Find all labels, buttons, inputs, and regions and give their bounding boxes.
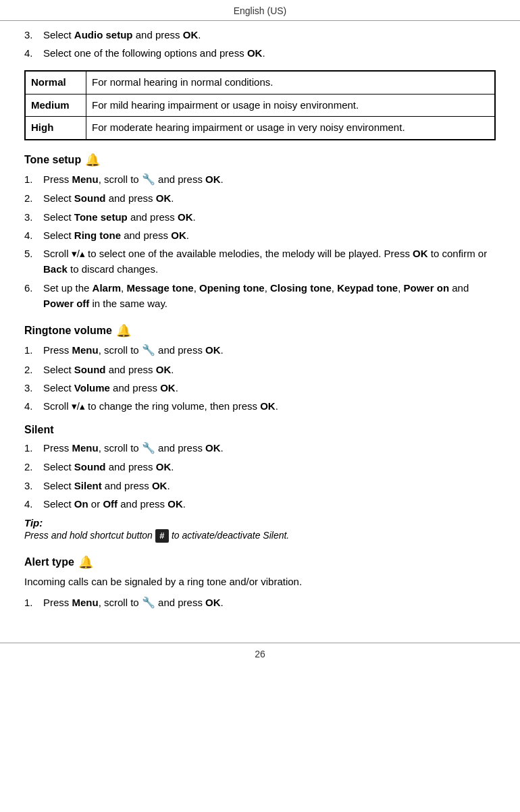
- ringtone-volume-label: Ringtone volume: [24, 325, 112, 337]
- tone-step-3: 3. Select Tone setup and press OK.: [24, 209, 496, 225]
- tip-label: Tip:: [24, 517, 496, 529]
- bell-icon-alert: 🔔: [78, 555, 93, 570]
- page-footer: 26: [0, 643, 520, 665]
- bell-icon-ringtone: 🔔: [116, 323, 131, 338]
- tone-setup-label: Tone setup: [24, 154, 81, 166]
- ringtone-step-4: 4. Scroll ▾/▴ to change the ring volume,…: [24, 398, 496, 414]
- ok-bold-1: OK: [183, 29, 199, 40]
- hash-badge: #: [155, 529, 169, 543]
- tone-step-5: 5. Scroll ▾/▴ to select one of the avail…: [24, 246, 496, 277]
- ringtone-steps: 1. Press Menu, scroll to 🔧 and press OK.…: [24, 342, 496, 414]
- intro-step-3: 3. Select Audio setup and press OK.: [24, 28, 496, 43]
- audio-setup-bold: Audio setup: [74, 29, 133, 40]
- tone-step-2: 2. Select Sound and press OK.: [24, 190, 496, 206]
- alert-type-description: Incoming calls can be signaled by a ring…: [24, 574, 496, 589]
- alert-type-label: Alert type: [24, 556, 74, 568]
- table-row-medium: Medium For mild hearing impairment or us…: [26, 94, 495, 117]
- tone-step-1: 1. Press Menu, scroll to 🔧 and press OK.: [24, 171, 496, 188]
- alert-type-title: Alert type 🔔: [24, 555, 496, 570]
- table-row-normal: Normal For normal hearing in normal cond…: [26, 72, 495, 94]
- high-label: High: [26, 117, 86, 140]
- wrench-icon-2: 🔧: [142, 344, 155, 356]
- normal-label: Normal: [26, 72, 86, 94]
- high-desc: For moderate hearing impairment or usage…: [86, 117, 495, 140]
- tip-text-before: Press and hold shortcut button: [24, 529, 153, 543]
- ringtone-step-1: 1. Press Menu, scroll to 🔧 and press OK.: [24, 342, 496, 359]
- silent-title: Silent: [24, 424, 496, 436]
- ringtone-step-3: 3. Select Volume and press OK.: [24, 380, 496, 396]
- wrench-icon-3: 🔧: [142, 442, 155, 454]
- intro-step-4: 4. Select one of the following options a…: [24, 46, 496, 61]
- hearing-table: Normal For normal hearing in normal cond…: [24, 70, 496, 140]
- tip-box: Tip: Press and hold shortcut button # to…: [24, 517, 496, 543]
- ringtone-step-2: 2. Select Sound and press OK.: [24, 362, 496, 377]
- silent-steps: 1. Press Menu, scroll to 🔧 and press OK.…: [24, 440, 496, 512]
- silent-step-4: 4. Select On or Off and press OK.: [24, 496, 496, 512]
- medium-label: Medium: [26, 94, 86, 117]
- bell-icon-tone: 🔔: [85, 153, 100, 167]
- intro-steps: 3. Select Audio setup and press OK. 4. S…: [24, 28, 496, 61]
- table-row-high: High For moderate hearing impairment or …: [26, 117, 495, 140]
- tip-text: Press and hold shortcut button # to acti…: [24, 529, 496, 543]
- medium-desc: For mild hearing impairment or usage in …: [86, 94, 495, 117]
- tone-setup-title: Tone setup 🔔: [24, 153, 496, 167]
- ringtone-volume-title: Ringtone volume 🔔: [24, 323, 496, 338]
- tone-step-6: 6. Set up the Alarm, Message tone, Openi…: [24, 280, 496, 312]
- normal-desc: For normal hearing in normal conditions.: [86, 72, 495, 94]
- silent-step-3: 3. Select Silent and press OK.: [24, 478, 496, 493]
- page-header: English (US): [0, 0, 520, 21]
- ok-bold-2: OK: [247, 47, 263, 59]
- page-number: 26: [255, 649, 265, 659]
- silent-step-2: 2. Select Sound and press OK.: [24, 459, 496, 475]
- silent-step-1: 1. Press Menu, scroll to 🔧 and press OK.: [24, 440, 496, 457]
- wrench-icon-1: 🔧: [142, 173, 155, 185]
- wrench-icon-4: 🔧: [142, 597, 155, 608]
- alert-type-steps: 1. Press Menu, scroll to 🔧 and press OK.: [24, 595, 496, 612]
- alert-step-1: 1. Press Menu, scroll to 🔧 and press OK.: [24, 595, 496, 612]
- tip-text-after: to activate/deactivate Silent.: [172, 529, 289, 543]
- tone-step-4: 4. Select Ring tone and press OK.: [24, 227, 496, 243]
- tone-setup-steps: 1. Press Menu, scroll to 🔧 and press OK.…: [24, 171, 496, 312]
